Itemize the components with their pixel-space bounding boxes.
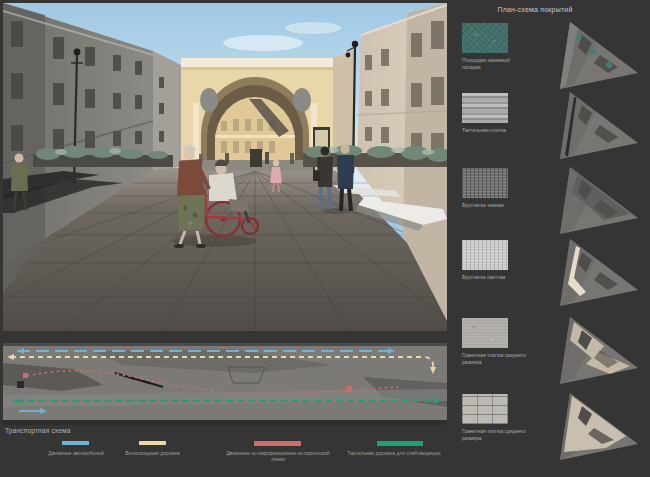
legend-color-historic (254, 441, 301, 446)
plan-wedge (534, 392, 644, 462)
material-swatch-dark-cobble (462, 168, 508, 198)
transport-scheme-plan (3, 343, 447, 425)
arch-trophy (293, 88, 311, 112)
transport-scheme-title: Транспортная схема (5, 427, 71, 434)
street-perspective-render (3, 3, 447, 331)
material-row-light-cobble: Брусчатка светлая (450, 240, 650, 312)
transport-scheme-svg (3, 343, 447, 425)
material-swatch-tactile (462, 93, 508, 123)
handbag (313, 171, 320, 181)
cloud (285, 22, 341, 34)
plan-wedge (534, 21, 644, 91)
material-swatch-planting (462, 23, 508, 53)
material-label: Брусчатка темная (462, 202, 528, 209)
material-row-granite-medium: Гранитная плитка среднего размера (450, 318, 650, 390)
cloud (223, 35, 303, 51)
material-swatch-light-cobble (462, 240, 508, 270)
material-label: Брусчатка светлая (462, 274, 528, 281)
plan-wedge (534, 238, 644, 308)
material-label: Тактильная плитка (462, 127, 528, 134)
material-label: Площадки наземной посадки (462, 57, 528, 70)
legend-color-tactile (377, 441, 423, 446)
material-label: Гранитная плитка среднего размера (462, 428, 528, 441)
render-scene (3, 3, 447, 331)
arch-doorway (250, 149, 262, 167)
plan-wedge (534, 91, 644, 161)
material-row-dark-cobble: Брусчатка темная (450, 168, 650, 240)
legend-label-bicycle: Велосипедная дорожка (105, 450, 200, 456)
legend-color-cars (62, 441, 89, 445)
material-row-tactile: Тактильная плитка (450, 93, 650, 165)
legend-label-tactile: Тактильная дорожка для слабовидящих (340, 450, 448, 456)
pavement-plan-title: План-схема покрытий (450, 6, 620, 13)
material-row-granite-large: Гранитная плитка среднего размера (450, 394, 650, 466)
presentation-board: { "sidebar": { "title": "План-схема покр… (0, 0, 650, 477)
plan-wedge (534, 316, 644, 386)
material-row-planting: Площадки наземной посадки (450, 23, 650, 95)
plan-wedge (534, 166, 644, 236)
legend-label-historic: Движение по информационно-исторической л… (224, 450, 332, 462)
arch-trophy (200, 88, 218, 112)
legend-color-bicycle (139, 441, 166, 445)
material-swatch-granite-large (462, 394, 508, 424)
material-swatch-granite-medium (462, 318, 508, 348)
material-label: Гранитная плитка среднего размера (462, 352, 528, 365)
